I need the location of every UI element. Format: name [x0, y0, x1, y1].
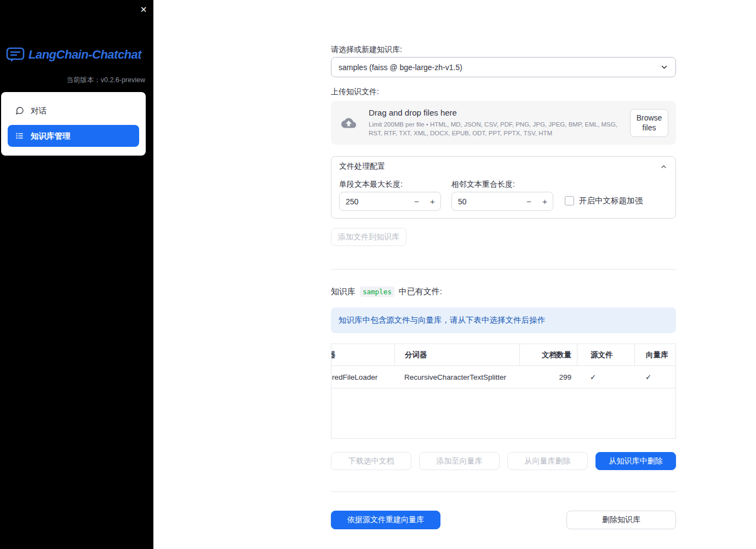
sidebar-item-chat[interactable]: 对话	[8, 100, 139, 122]
col-loader-header: 器	[331, 344, 394, 365]
cell-doc-count: 299	[519, 366, 577, 388]
cell-splitter: RecursiveCharacterTextSplitter	[394, 366, 519, 388]
table-header-row: 器 分词器 文档数量 源文件 向量库	[331, 344, 675, 366]
version-prefix: 当前版本：	[66, 76, 101, 84]
kb-selectbox[interactable]: samples (faiss @ bge-large-zh-v1.5)	[331, 57, 676, 77]
col-splitter-header: 分词器	[394, 344, 519, 365]
increment-button[interactable]: +	[425, 192, 440, 210]
version-value: v0.2.6-preview	[101, 76, 145, 84]
kb-name-code: samples	[360, 287, 394, 297]
decrement-button[interactable]: −	[409, 192, 425, 210]
sidebar-item-label: 知识库管理	[31, 131, 71, 141]
overlap-value: 50	[452, 197, 521, 206]
cloud-upload-icon	[340, 116, 358, 130]
col-source-header: 源文件	[577, 344, 634, 365]
divider	[331, 269, 676, 270]
close-sidebar-button[interactable]: ×	[140, 2, 147, 16]
dropzone-limits: Limit 200MB per file • HTML, MD, JSON, C…	[369, 120, 625, 138]
browse-files-button[interactable]: Browse files	[630, 109, 668, 137]
rebuild-vector-store-button[interactable]: 依据源文件重建向量库	[331, 511, 440, 529]
checkbox-label: 开启中文标题加强	[579, 196, 643, 206]
table-row[interactable]: redFileLoader RecursiveCharacterTextSpli…	[331, 366, 675, 388]
dropzone-text: Drag and drop files here Limit 200MB per…	[369, 108, 625, 138]
version-label: 当前版本：v0.2.6-preview	[0, 76, 153, 85]
file-config-expander: 文件处理配置 单段文本最大长度: 相邻文本重合长度: 250 − + 50 − …	[331, 156, 676, 219]
increment-button[interactable]: +	[537, 192, 553, 210]
existing-files-heading: 知识库 samples 中已有文件:	[331, 287, 676, 297]
logo-chat-icon	[6, 47, 25, 62]
add-files-to-kb-button[interactable]: 添加文件到知识库	[331, 228, 406, 246]
overlap-input[interactable]: 50 − +	[451, 192, 553, 211]
col-doc-count-header: 文档数量	[519, 344, 577, 365]
col-vector-header: 向量库	[634, 344, 676, 365]
existing-suffix: 中已有文件:	[399, 287, 442, 297]
cell-source-check: ✓	[577, 366, 634, 388]
overlap-label: 相邻文本重合长度:	[451, 180, 515, 190]
main-content: 请选择或新建知识库: samples (faiss @ bge-large-zh…	[331, 0, 676, 549]
expander-header[interactable]: 文件处理配置	[331, 157, 675, 176]
sidebar-item-kb-management[interactable]: 知识库管理	[8, 125, 139, 147]
delete-kb-button[interactable]: 删除知识库	[566, 511, 676, 529]
sidebar-menu: 对话 知识库管理	[1, 92, 146, 156]
zh-title-enhance-checkbox[interactable]: 开启中文标题加强	[565, 196, 643, 206]
download-selected-button[interactable]: 下载选中文档	[331, 452, 411, 470]
checkbox-box[interactable]	[565, 196, 574, 205]
app-logo: LangChain-Chatchat	[6, 47, 141, 62]
cell-loader: redFileLoader	[331, 366, 394, 388]
chevron-down-icon	[660, 62, 669, 72]
logo-text: LangChain-Chatchat	[28, 48, 141, 62]
expander-title: 文件处理配置	[339, 162, 385, 171]
max-length-label: 单段文本最大长度:	[339, 180, 403, 190]
max-length-value: 250	[340, 197, 409, 206]
cell-vector-check: ✓	[634, 366, 676, 388]
divider	[331, 491, 676, 492]
info-alert: 知识库中包含源文件与向量库，请从下表中选择文件后操作	[331, 307, 676, 333]
table-action-buttons: 下载选中文档 添加至向量库 从向量库删除 从知识库中删除	[331, 452, 676, 470]
info-text: 知识库中包含源文件与向量库，请从下表中选择文件后操作	[339, 315, 545, 325]
kb-selectbox-value: samples (faiss @ bge-large-zh-v1.5)	[339, 63, 462, 72]
chevron-up-icon	[660, 163, 668, 171]
dropzone-title: Drag and drop files here	[369, 108, 625, 117]
kb-select-label: 请选择或新建知识库:	[331, 45, 676, 55]
delete-from-vector-store-button[interactable]: 从向量库删除	[507, 452, 588, 470]
existing-prefix: 知识库	[331, 287, 356, 297]
max-length-input[interactable]: 250 − +	[339, 192, 441, 211]
add-to-vector-store-button[interactable]: 添加至向量库	[419, 452, 500, 470]
decrement-button[interactable]: −	[521, 192, 537, 210]
file-dropzone[interactable]: Drag and drop files here Limit 200MB per…	[331, 101, 676, 145]
sidebar: × LangChain-Chatchat 当前版本：v0.2.6-preview…	[0, 0, 153, 549]
files-table: 器 分词器 文档数量 源文件 向量库 redFileLoader Recursi…	[331, 344, 676, 439]
chat-bubble-icon	[15, 106, 24, 115]
list-icon	[15, 131, 24, 140]
upload-label: 上传知识文件:	[331, 87, 676, 97]
delete-from-kb-button[interactable]: 从知识库中删除	[595, 452, 676, 470]
sidebar-item-label: 对话	[31, 106, 47, 116]
